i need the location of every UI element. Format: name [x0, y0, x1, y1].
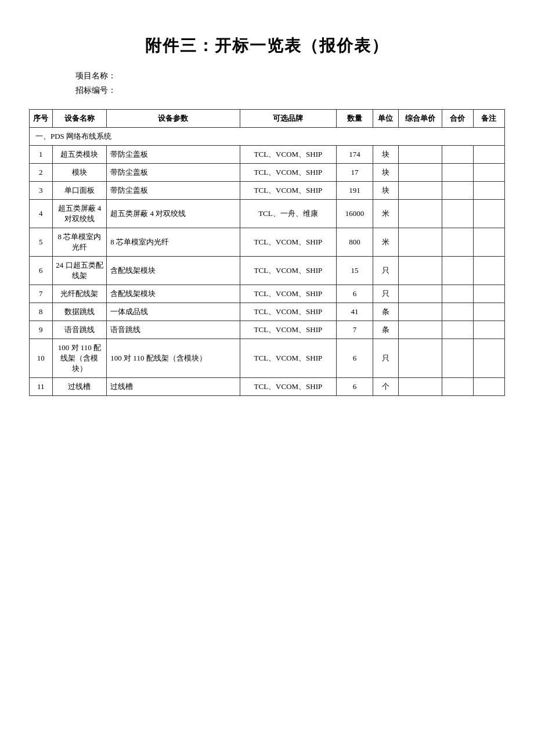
cell-total [442, 228, 473, 257]
cell-name: 100 对 110 配线架（含模块） [52, 339, 107, 378]
cell-brand: TCL、VCOM、SHIP [240, 182, 337, 200]
cell-qty: 41 [337, 303, 373, 321]
cell-param: 一体成品线 [107, 303, 240, 321]
cell-brand: TCL、VCOM、SHIP [240, 378, 337, 396]
cell-unit: 块 [373, 146, 398, 164]
cell-unit: 只 [373, 285, 398, 303]
cell-brand: TCL、VCOM、SHIP [240, 146, 337, 164]
cell-param: 8 芯单模室内光纤 [107, 228, 240, 257]
table-row: 624 口超五类配线架含配线架模块TCL、VCOM、SHIP15只 [30, 257, 505, 285]
table-header-row: 序号 设备名称 设备参数 可选品牌 数量 单位 综合单价 合价 备注 [30, 110, 505, 128]
cell-seq: 4 [30, 200, 53, 228]
cell-note [473, 164, 504, 182]
cell-qty: 191 [337, 182, 373, 200]
cell-total [442, 378, 473, 396]
cell-unit-price [398, 321, 442, 339]
cell-total [442, 182, 473, 200]
cell-note [473, 228, 504, 257]
cell-qty: 15 [337, 257, 373, 285]
cell-unit-price [398, 257, 442, 285]
cell-seq: 1 [30, 146, 53, 164]
header-unit-price: 综合单价 [398, 110, 442, 128]
cell-param: 含配线架模块 [107, 285, 240, 303]
header-qty: 数量 [337, 110, 373, 128]
cell-unit-price [398, 339, 442, 378]
cell-param: 语音跳线 [107, 321, 240, 339]
cell-qty: 6 [337, 285, 373, 303]
cell-unit-price [398, 164, 442, 182]
table-row: 7光纤配线架含配线架模块TCL、VCOM、SHIP6只 [30, 285, 505, 303]
table-row: 58 芯单模室内光纤8 芯单模室内光纤TCL、VCOM、SHIP800米 [30, 228, 505, 257]
cell-note [473, 339, 504, 378]
cell-unit: 个 [373, 378, 398, 396]
cell-total [442, 339, 473, 378]
cell-brand: TCL、VCOM、SHIP [240, 339, 337, 378]
section-row-1: 一、PDS 网络布线系统 [30, 128, 505, 146]
cell-note [473, 146, 504, 164]
project-name-label: 项目名称： [75, 69, 505, 83]
cell-note [473, 378, 504, 396]
cell-note [473, 257, 504, 285]
cell-brand: TCL、VCOM、SHIP [240, 285, 337, 303]
cell-unit: 只 [373, 257, 398, 285]
table-row: 1超五类模块带防尘盖板TCL、VCOM、SHIP174块 [30, 146, 505, 164]
cell-seq: 11 [30, 378, 53, 396]
cell-seq: 6 [30, 257, 53, 285]
cell-param: 超五类屏蔽 4 对双绞线 [107, 200, 240, 228]
cell-name: 模块 [52, 164, 107, 182]
cell-brand: TCL、VCOM、SHIP [240, 228, 337, 257]
table-row: 10100 对 110 配线架（含模块）100 对 110 配线架（含模块）TC… [30, 339, 505, 378]
cell-unit-price [398, 146, 442, 164]
cell-unit: 条 [373, 303, 398, 321]
cell-unit-price [398, 228, 442, 257]
cell-note [473, 285, 504, 303]
header-name: 设备名称 [52, 110, 107, 128]
cell-unit: 米 [373, 228, 398, 257]
cell-note [473, 182, 504, 200]
cell-name: 超五类模块 [52, 146, 107, 164]
table-row: 11过线槽过线槽TCL、VCOM、SHIP6个 [30, 378, 505, 396]
bid-number-label: 招标编号： [75, 83, 505, 98]
cell-note [473, 200, 504, 228]
meta-section: 项目名称： 招标编号： [75, 69, 505, 98]
page-title: 附件三：开标一览表（报价表） [29, 35, 505, 57]
cell-param: 带防尘盖板 [107, 164, 240, 182]
cell-seq: 9 [30, 321, 53, 339]
header-total: 合价 [442, 110, 473, 128]
cell-total [442, 285, 473, 303]
cell-qty: 800 [337, 228, 373, 257]
cell-seq: 5 [30, 228, 53, 257]
cell-total [442, 257, 473, 285]
main-table: 序号 设备名称 设备参数 可选品牌 数量 单位 综合单价 合价 备注 一、PDS… [29, 109, 505, 396]
table-row: 9语音跳线语音跳线TCL、VCOM、SHIP7条 [30, 321, 505, 339]
cell-unit: 块 [373, 182, 398, 200]
header-brand: 可选品牌 [240, 110, 337, 128]
cell-seq: 2 [30, 164, 53, 182]
cell-param: 100 对 110 配线架（含模块） [107, 339, 240, 378]
cell-param: 过线槽 [107, 378, 240, 396]
cell-seq: 8 [30, 303, 53, 321]
cell-unit-price [398, 200, 442, 228]
cell-param: 带防尘盖板 [107, 182, 240, 200]
cell-brand: TCL、VCOM、SHIP [240, 164, 337, 182]
cell-name: 8 芯单模室内光纤 [52, 228, 107, 257]
cell-total [442, 146, 473, 164]
cell-qty: 6 [337, 339, 373, 378]
cell-total [442, 164, 473, 182]
cell-name: 数据跳线 [52, 303, 107, 321]
cell-seq: 10 [30, 339, 53, 378]
cell-name: 光纤配线架 [52, 285, 107, 303]
cell-qty: 174 [337, 146, 373, 164]
cell-qty: 17 [337, 164, 373, 182]
cell-seq: 7 [30, 285, 53, 303]
cell-name: 单口面板 [52, 182, 107, 200]
cell-unit: 块 [373, 164, 398, 182]
cell-unit: 只 [373, 339, 398, 378]
cell-brand: TCL、VCOM、SHIP [240, 257, 337, 285]
cell-note [473, 321, 504, 339]
table-row: 2模块带防尘盖板TCL、VCOM、SHIP17块 [30, 164, 505, 182]
cell-unit-price [398, 182, 442, 200]
table-row: 8数据跳线一体成品线TCL、VCOM、SHIP41条 [30, 303, 505, 321]
table-row: 4超五类屏蔽 4 对双绞线超五类屏蔽 4 对双绞线TCL、一舟、维康16000米 [30, 200, 505, 228]
cell-unit-price [398, 378, 442, 396]
